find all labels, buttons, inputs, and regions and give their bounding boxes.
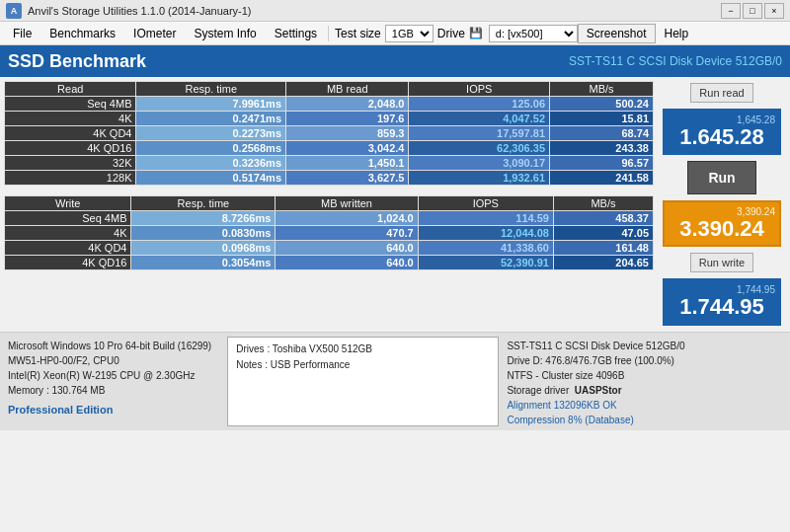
- benchmark-header: SSD Benchmark SST-TS11 C SCSI Disk Devic…: [0, 45, 790, 77]
- write-row-iops: 41,338.60: [418, 241, 553, 256]
- drive-select[interactable]: d: [vx500]: [489, 25, 578, 42]
- minimize-button[interactable]: −: [721, 3, 741, 19]
- menu-help[interactable]: Help: [656, 24, 698, 43]
- write-row-iops: 52,390.91: [418, 256, 553, 270]
- write-row-resp: 8.7266ms: [131, 211, 276, 226]
- disk-drive: Drive D: 476.8/476.7GB free (100.0%): [507, 353, 782, 368]
- read-header-mbs: MB/s: [550, 82, 654, 97]
- system-board: MW51-HP0-00/F2, CPU0: [8, 353, 219, 368]
- disk-compression-value: Compression 8% (Database): [507, 415, 633, 425]
- read-row-label: Seq 4MB: [5, 97, 136, 112]
- menu-system-info[interactable]: System Info: [185, 24, 265, 43]
- testsize-control: Test size 1GB: [335, 25, 434, 42]
- read-row-iops: 62,306.35: [409, 141, 550, 156]
- write-row-resp: 0.3054ms: [131, 256, 276, 270]
- read-table: Read Resp. time MB read IOPS MB/s Seq 4M…: [4, 81, 654, 186]
- info-drives: Drives : Toshiba VX500 512GB Notes : USB…: [227, 337, 499, 426]
- read-table-row: 32K 0.3236ms 1,450.1 3,090.17 96.57: [5, 156, 654, 171]
- read-row-resp: 0.2273ms: [136, 126, 286, 141]
- read-row-label: 32K: [5, 156, 136, 171]
- write-row-iops: 12,044.08: [418, 226, 553, 241]
- write-table-row: 4K QD4 0.0968ms 640.0 41,338.60 161.48: [5, 241, 654, 256]
- menu-benchmarks[interactable]: Benchmarks: [40, 24, 124, 43]
- disk-storage-driver: UASPStor: [575, 385, 622, 396]
- write-row-resp: 0.0830ms: [131, 226, 276, 241]
- disk-storage: Storage driver UASPStor: [507, 383, 782, 398]
- write-header-mbs: MB/s: [553, 196, 653, 211]
- menu-file[interactable]: File: [4, 24, 40, 43]
- read-row-mbs: 500.24: [550, 97, 654, 112]
- read-row-resp: 0.2568ms: [136, 141, 286, 156]
- write-row-mbs: 204.65: [553, 256, 653, 270]
- read-row-mbs: 68.74: [550, 126, 654, 141]
- read-table-row: 4K QD16 0.2568ms 3,042.4 62,306.35 243.3…: [5, 141, 654, 156]
- menu-iometer[interactable]: IOmeter: [124, 24, 185, 43]
- drive-icon: 💾: [469, 27, 483, 39]
- run-write-button[interactable]: Run write: [690, 253, 753, 272]
- close-button[interactable]: ×: [764, 3, 784, 19]
- write-row-mb: 470.7: [276, 226, 418, 241]
- write-row-mbs: 458.37: [553, 211, 653, 226]
- read-row-mb: 1,450.1: [286, 156, 409, 171]
- system-memory: Memory : 130.764 MB: [8, 383, 219, 398]
- read-row-label: 4K: [5, 112, 136, 126]
- read-row-iops: 17,597.81: [409, 126, 550, 141]
- read-row-label: 4K QD4: [5, 126, 136, 141]
- read-row-resp: 7.9961ms: [136, 97, 286, 112]
- read-row-mb: 197.6: [286, 112, 409, 126]
- write-row-mb: 640.0: [276, 241, 418, 256]
- system-os: Microsoft Windows 10 Pro 64-bit Build (1…: [8, 339, 219, 353]
- write-table: Write Resp. time MB written IOPS MB/s Se…: [4, 195, 654, 270]
- read-row-mbs: 243.38: [550, 141, 654, 156]
- benchmark-title: SSD Benchmark: [8, 51, 146, 72]
- maximize-button[interactable]: □: [743, 3, 762, 19]
- read-table-row: 4K 0.2471ms 197.6 4,047.52 15.81: [5, 112, 654, 126]
- disk-alignment: Alignment 132096KB OK: [507, 398, 782, 413]
- read-row-label: 4K QD16: [5, 141, 136, 156]
- read-row-iops: 4,047.52: [409, 112, 550, 126]
- read-score-value: 1.645.28: [669, 125, 775, 149]
- info-system: Microsoft Windows 10 Pro 64-bit Build (1…: [4, 337, 223, 426]
- pro-edition-label: Professional Edition: [8, 402, 219, 418]
- table-spacer: [4, 189, 654, 192]
- read-table-row: 128K 0.5174ms 3,627.5 1,932.61 241.58: [5, 171, 654, 186]
- read-header-label: Read: [5, 82, 136, 97]
- run-read-button[interactable]: Run read: [690, 83, 752, 103]
- drive-control: Drive 💾 d: [vx500]: [437, 25, 578, 42]
- read-row-iops: 125.06: [409, 97, 550, 112]
- read-row-mb: 2,048.0: [286, 97, 409, 112]
- write-row-mb: 1,024.0: [276, 211, 418, 226]
- total-score-value: 3.390.24: [669, 217, 775, 241]
- info-disk: SST-TS11 C SCSI Disk Device 512GB/0 Driv…: [503, 337, 786, 426]
- menu-settings[interactable]: Settings: [266, 24, 326, 43]
- bench-area: Read Resp. time MB read IOPS MB/s Seq 4M…: [0, 77, 790, 332]
- read-row-iops: 1,932.61: [409, 171, 550, 186]
- testsize-select[interactable]: 1GB: [385, 25, 434, 42]
- read-row-resp: 0.5174ms: [136, 171, 286, 186]
- write-row-mbs: 47.05: [553, 226, 653, 241]
- read-row-resp: 0.2471ms: [136, 112, 286, 126]
- read-score-box: 1,645.28 1.645.28: [663, 109, 781, 155]
- disk-compression: Compression 8% (Database): [507, 413, 782, 427]
- read-table-row: Seq 4MB 7.9961ms 2,048.0 125.06 500.24: [5, 97, 654, 112]
- disk-alignment-value: Alignment 132096KB OK: [507, 400, 616, 411]
- score-panels: Run read 1,645.28 1.645.28 Run 3,390.24 …: [658, 81, 786, 328]
- write-header-label: Write: [5, 196, 131, 211]
- app-icon-letter: A: [11, 6, 18, 16]
- write-row-label: 4K QD16: [5, 256, 131, 270]
- write-header-resp: Resp. time: [131, 196, 276, 211]
- window-controls: − □ ×: [721, 3, 784, 19]
- total-score-box: 3,390.24 3.390.24: [663, 200, 781, 247]
- write-header-mb: MB written: [276, 196, 418, 211]
- write-score-box: 1,744.95 1.744.95: [663, 278, 781, 325]
- read-header-iops: IOPS: [409, 82, 550, 97]
- screenshot-button[interactable]: Screenshot: [578, 24, 656, 43]
- run-button[interactable]: Run: [687, 161, 756, 194]
- write-table-row: 4K 0.0830ms 470.7 12,044.08 47.05: [5, 226, 654, 241]
- write-score-value: 1.744.95: [669, 295, 775, 319]
- testsize-label: Test size: [335, 27, 381, 40]
- title-bar: A Anvil's Storage Utilities 1.1.0 (2014-…: [0, 0, 790, 22]
- read-row-mb: 3,042.4: [286, 141, 409, 156]
- write-row-mb: 640.0: [276, 256, 418, 270]
- info-bar: Microsoft Windows 10 Pro 64-bit Build (1…: [0, 332, 790, 430]
